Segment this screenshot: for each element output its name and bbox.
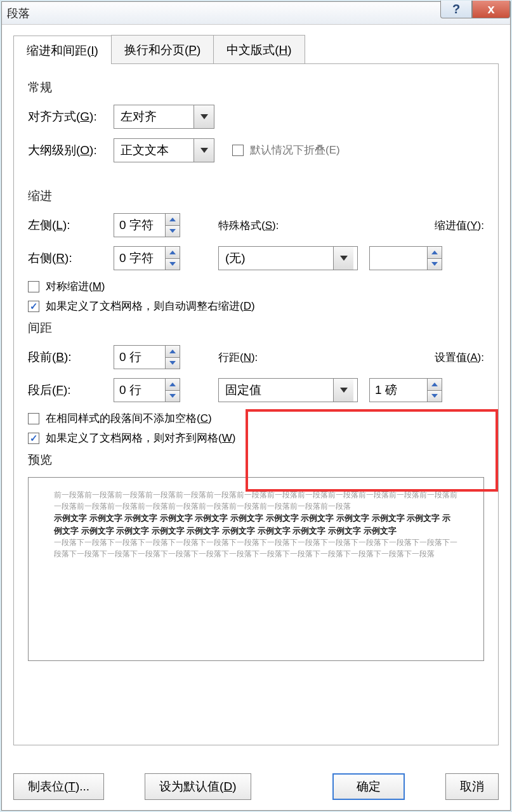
outline-label: 大纲级别(O):: [28, 142, 114, 159]
help-button[interactable]: ?: [440, 1, 472, 18]
mirror-indent-checkbox[interactable]: 对称缩进(M): [28, 279, 484, 294]
indent-by-label: 缩进值(Y):: [435, 218, 484, 233]
spin-down-icon[interactable]: [428, 391, 442, 402]
tab-panel: 常规 对齐方式(G): 大纲级别(O): 默认情况下折叠(E): [13, 64, 499, 745]
autogrid-label: 如果定义了文档网格，则自动调整右缩进(D): [46, 299, 255, 313]
tabs-button[interactable]: 制表位(T)...: [13, 773, 104, 800]
spin-up-icon[interactable]: [166, 214, 180, 226]
no-space-same-style-checkbox[interactable]: 在相同样式的段落间不添加空格(C): [28, 411, 484, 426]
special-label: 特殊格式(S):: [218, 218, 320, 233]
section-general: 常规: [28, 79, 484, 96]
tab-line-page-breaks[interactable]: 换行和分页(P): [111, 35, 214, 63]
linespace-label: 行距(N):: [218, 350, 320, 365]
space-after-label: 段后(F):: [28, 382, 114, 398]
dialog-content: 缩进和间距(I) 换行和分页(P) 中文版式(H) 常规 对齐方式(G): 大纲…: [2, 25, 510, 766]
linespace-value[interactable]: [219, 379, 333, 402]
spin-up-icon[interactable]: [166, 346, 180, 358]
chevron-down-icon[interactable]: [194, 139, 214, 162]
indent-by-value[interactable]: [370, 247, 427, 270]
alignment-label: 对齐方式(G):: [28, 108, 114, 125]
section-spacing: 间距: [28, 320, 484, 336]
indent-right-spinner[interactable]: [114, 246, 180, 270]
collapse-checkbox: 默认情况下折叠(E): [232, 143, 340, 157]
indent-right-label: 右侧(R):: [28, 250, 114, 266]
space-after-spinner[interactable]: [114, 378, 180, 402]
spin-down-icon[interactable]: [166, 226, 180, 237]
set-default-button[interactable]: 设为默认值(D): [145, 773, 251, 800]
linespace-combo[interactable]: [218, 378, 358, 402]
snapgrid-label: 如果定义了文档网格，则对齐到网格(W): [46, 431, 235, 445]
collapse-label: 默认情况下折叠(E): [250, 143, 340, 157]
tab-asian-typography[interactable]: 中文版式(H): [213, 35, 305, 63]
chevron-down-icon[interactable]: [333, 247, 353, 270]
alignment-value[interactable]: [114, 105, 194, 128]
spin-down-icon[interactable]: [166, 259, 180, 270]
indent-left-spinner[interactable]: [114, 213, 180, 237]
tab-indent-spacing[interactable]: 缩进和间距(I): [13, 36, 112, 64]
space-before-spinner[interactable]: [114, 345, 180, 369]
cancel-button[interactable]: 取消: [445, 773, 499, 800]
section-indent: 缩进: [28, 188, 484, 204]
space-before-label: 段前(B):: [28, 349, 114, 365]
spin-up-icon[interactable]: [428, 247, 442, 259]
button-row: 制表位(T)... 设为默认值(D) 确定 取消: [2, 766, 510, 810]
chevron-down-icon[interactable]: [194, 105, 214, 128]
autogrid-indent-checkbox[interactable]: 如果定义了文档网格，则自动调整右缩进(D): [28, 299, 484, 313]
indent-by-spinner[interactable]: [369, 246, 442, 270]
nosamestyle-label: 在相同样式的段落间不添加空格(C): [46, 411, 212, 426]
outline-value[interactable]: [114, 139, 194, 162]
space-before-value[interactable]: [114, 346, 165, 369]
titlebar: 段落 ? x: [2, 2, 510, 25]
ok-button[interactable]: 确定: [332, 773, 405, 800]
spin-up-icon[interactable]: [166, 247, 180, 259]
special-value[interactable]: [219, 247, 333, 270]
snap-to-grid-checkbox[interactable]: 如果定义了文档网格，则对齐到网格(W): [28, 431, 484, 445]
preview-text: 前一段落前一段落前一段落前一段落前一段落前一段落前一段落前一段落前一段落前一段落…: [54, 489, 458, 560]
spin-down-icon[interactable]: [166, 358, 180, 369]
special-combo[interactable]: [218, 246, 358, 270]
spin-down-icon[interactable]: [166, 391, 180, 402]
indent-left-value[interactable]: [114, 214, 165, 237]
space-after-value[interactable]: [114, 379, 165, 402]
spin-up-icon[interactable]: [166, 379, 180, 391]
at-spinner[interactable]: [369, 378, 442, 402]
spin-down-icon[interactable]: [428, 259, 442, 270]
close-button[interactable]: x: [472, 1, 510, 18]
at-value[interactable]: [370, 379, 427, 402]
indent-right-value[interactable]: [114, 247, 165, 270]
indent-left-label: 左侧(L):: [28, 217, 114, 233]
alignment-combo[interactable]: [114, 105, 214, 129]
paragraph-dialog: 段落 ? x 缩进和间距(I) 换行和分页(P) 中文版式(H) 常规 对齐方式…: [1, 1, 511, 811]
at-label: 设置值(A):: [435, 350, 484, 365]
dialog-title: 段落: [7, 6, 30, 21]
spin-up-icon[interactable]: [428, 379, 442, 391]
preview-box: 前一段落前一段落前一段落前一段落前一段落前一段落前一段落前一段落前一段落前一段落…: [28, 477, 484, 661]
outline-combo[interactable]: [114, 138, 214, 162]
tab-strip: 缩进和间距(I) 换行和分页(P) 中文版式(H): [13, 35, 499, 64]
mirror-label: 对称缩进(M): [46, 279, 105, 294]
chevron-down-icon[interactable]: [333, 379, 353, 402]
section-preview: 预览: [28, 452, 484, 468]
